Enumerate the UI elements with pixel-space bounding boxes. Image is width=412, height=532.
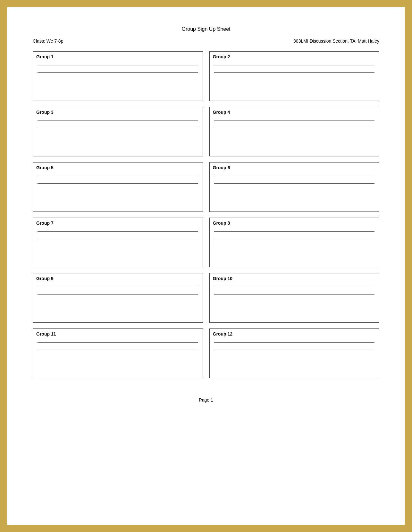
group-box-9: Group 9 [33, 273, 203, 323]
group-line [38, 239, 198, 239]
group-box-6: Group 6 [209, 162, 380, 212]
page-title: Group Sign Up Sheet [33, 26, 379, 32]
group-2-lines [213, 65, 376, 73]
group-box-12: Group 12 [209, 328, 380, 378]
group-line [38, 121, 198, 121]
groups-row-6: Group 11 Group 12 [33, 328, 379, 378]
groups-row-2: Group 3 Group 4 [33, 107, 379, 156]
group-box-8: Group 8 [209, 218, 380, 267]
group-11-lines [36, 342, 199, 350]
group-line [214, 121, 375, 121]
group-10-label: Group 10 [213, 276, 376, 281]
group-line [214, 350, 375, 350]
group-9-label: Group 9 [36, 276, 199, 281]
group-8-label: Group 8 [213, 220, 376, 226]
group-line [38, 65, 198, 65]
page-header: Group Sign Up Sheet [33, 26, 379, 32]
class-label: Class: We 7-8p [33, 38, 63, 44]
group-1-lines [36, 65, 199, 73]
group-line [214, 231, 375, 232]
group-line [214, 287, 375, 287]
group-10-lines [213, 287, 376, 295]
group-line [214, 342, 375, 343]
group-6-lines [213, 176, 376, 184]
group-12-label: Group 12 [213, 331, 376, 337]
group-box-2: Group 2 [209, 51, 380, 101]
group-line [38, 342, 198, 343]
group-7-label: Group 7 [36, 220, 199, 226]
group-3-label: Group 3 [36, 110, 199, 115]
group-line [214, 183, 375, 184]
group-line [38, 183, 198, 184]
group-2-label: Group 2 [213, 54, 376, 59]
group-line [38, 176, 198, 176]
group-box-10: Group 10 [209, 273, 380, 323]
group-1-label: Group 1 [36, 54, 199, 59]
group-line [214, 176, 375, 176]
groups-row-1: Group 1 Group 2 [33, 51, 379, 101]
page: Group Sign Up Sheet Class: We 7-8p 303LM… [6, 6, 406, 526]
group-box-7: Group 7 [33, 218, 203, 267]
group-6-label: Group 6 [213, 165, 376, 170]
group-12-lines [213, 342, 376, 350]
group-line [214, 294, 375, 295]
group-line [38, 72, 198, 73]
group-7-lines [36, 231, 199, 239]
group-line [38, 128, 198, 128]
group-line [38, 294, 198, 295]
group-5-lines [36, 176, 199, 184]
page-number: Page 1 [199, 397, 213, 403]
groups-row-3: Group 5 Group 6 [33, 162, 379, 212]
group-4-lines [213, 121, 376, 128]
page-footer: Page 1 [33, 397, 379, 403]
group-box-11: Group 11 [33, 328, 203, 378]
group-line [38, 231, 198, 232]
section-label: 303LMI Discussion Section, TA: Matt Hale… [293, 38, 379, 44]
group-3-lines [36, 121, 199, 128]
group-line [38, 350, 198, 350]
group-box-4: Group 4 [209, 107, 380, 156]
group-line [38, 287, 198, 287]
group-8-lines [213, 231, 376, 239]
groups-row-5: Group 9 Group 10 [33, 273, 379, 323]
group-line [214, 65, 375, 65]
group-9-lines [36, 287, 199, 295]
group-11-label: Group 11 [36, 331, 199, 337]
group-line [214, 239, 375, 239]
groups-row-4: Group 7 Group 8 [33, 218, 379, 267]
group-4-label: Group 4 [213, 110, 376, 115]
group-line [214, 128, 375, 128]
group-box-5: Group 5 [33, 162, 203, 212]
group-box-1: Group 1 [33, 51, 203, 101]
group-line [214, 72, 375, 73]
class-info-row: Class: We 7-8p 303LMI Discussion Section… [33, 38, 379, 44]
groups-container: Group 1 Group 2 Group 3 [33, 51, 379, 378]
group-5-label: Group 5 [36, 165, 199, 170]
group-box-3: Group 3 [33, 107, 203, 156]
